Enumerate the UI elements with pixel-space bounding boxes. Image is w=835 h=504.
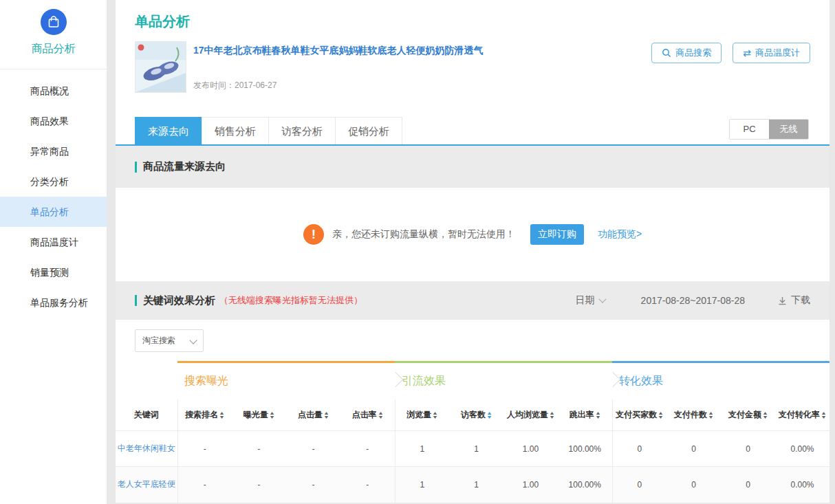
column-header-6[interactable]: 人均浏览量▲▼: [503, 399, 558, 431]
column-header-label: 支付买家数: [616, 410, 657, 419]
date-dropdown-label: 日期: [576, 294, 595, 307]
value-cell: 0: [721, 467, 775, 503]
sort-icon: ▲▼: [378, 411, 383, 419]
swap-arrows-icon: ⇄: [743, 47, 751, 58]
value-cell: -: [286, 467, 340, 503]
channel-select-value: 淘宝搜索: [142, 335, 175, 347]
keyword-table-wrap: 搜索曝光引流效果转化效果关键词搜索排名▲▼曝光量▲▼点击量▲▼点击率▲▼浏览量▲…: [116, 361, 829, 503]
order-now-button[interactable]: 立即订购: [530, 224, 584, 245]
platform-option-PC[interactable]: PC: [730, 120, 769, 139]
tab-0[interactable]: 来源去向: [135, 117, 202, 144]
column-header-keyword: 关键词: [116, 399, 177, 431]
group-spacer-cell: [116, 362, 177, 399]
column-header-11[interactable]: 支付转化率▲▼: [775, 399, 829, 431]
sort-down-arrow: ▼: [432, 415, 438, 419]
sort-icon: ▲▼: [708, 411, 713, 419]
sidebar-item-1[interactable]: 商品效果: [0, 106, 107, 136]
keyword-section-title: 关键词效果分析: [143, 294, 215, 307]
notice-text: 亲，您还未订购流量纵横，暂时无法使用！: [332, 228, 515, 241]
value-cell: 1.00: [503, 467, 558, 503]
value-cell: 0.00%: [775, 467, 829, 503]
sidebar-item-0[interactable]: 商品概况: [0, 76, 107, 106]
sort-icon: ▲▼: [433, 411, 437, 419]
download-button[interactable]: 下载: [778, 294, 810, 307]
value-cell: -: [286, 431, 340, 467]
column-header-7[interactable]: 跳出率▲▼: [558, 399, 612, 431]
group-header-2: 转化效果: [612, 362, 829, 399]
value-cell: 1.00: [503, 431, 558, 467]
column-header-label: 人均浏览量: [507, 410, 548, 419]
keyword-link[interactable]: 中老年休闲鞋女: [118, 443, 175, 453]
tab-3[interactable]: 促销分析: [335, 117, 402, 144]
tab-row: 来源去向销售分析访客分析促销分析 PC无线: [135, 117, 810, 144]
sidebar-item-2[interactable]: 异常商品: [0, 136, 107, 166]
column-header-3[interactable]: 点击率▲▼: [340, 399, 395, 431]
sort-icon: ▲▼: [821, 411, 826, 419]
sort-icon: ▲▼: [270, 411, 274, 419]
sort-down-arrow: ▼: [762, 415, 768, 419]
column-header-9[interactable]: 支付件数▲▼: [666, 399, 721, 431]
sidebar-item-5[interactable]: 商品温度计: [0, 227, 107, 257]
download-icon: [778, 296, 787, 305]
table-row-0: 中老年休闲鞋女----111.00100.00%0000.00%: [116, 431, 829, 467]
value-cell: 0: [612, 431, 666, 467]
group-label: 引流效果: [395, 375, 446, 386]
channel-filter-area: 淘宝搜索: [116, 320, 829, 361]
product-search-label: 商品搜索: [675, 47, 711, 59]
app-root: 商品分析 商品概况商品效果异常商品分类分析单品分析商品温度计销量预测单品服务分析…: [0, 0, 835, 504]
platform-option-无线[interactable]: 无线: [769, 120, 808, 139]
sort-icon: ▲▼: [219, 411, 224, 419]
column-header-label: 支付金额: [728, 410, 761, 419]
value-cell: -: [340, 467, 395, 503]
sidebar: 商品分析 商品概况商品效果异常商品分类分析单品分析商品温度计销量预测单品服务分析: [0, 0, 107, 504]
group-label: 搜索曝光: [177, 375, 228, 386]
sort-down-arrow: ▼: [269, 415, 275, 419]
column-header-label: 搜索排名: [185, 410, 218, 419]
channel-select[interactable]: 淘宝搜索: [135, 329, 204, 352]
keyword-link[interactable]: 老人女平底轻便: [118, 479, 175, 489]
date-dropdown[interactable]: 日期: [576, 294, 605, 307]
sidebar-item-6[interactable]: 销量预测: [0, 257, 107, 287]
keyword-section-controls: 日期 2017-08-28~2017-08-28 下载: [576, 294, 810, 307]
chevron-down-icon: [598, 295, 606, 303]
column-header-label: 访客数: [461, 410, 486, 419]
column-header-5[interactable]: 访客数▲▼: [449, 399, 503, 431]
column-header-label: 浏览量: [406, 410, 431, 419]
column-header-label: 点击率: [352, 410, 377, 419]
main-content: 单品分析 17中年老北京布鞋春秋: [116, 0, 829, 504]
sort-down-arrow: ▼: [821, 415, 827, 419]
tab-1[interactable]: 销售分析: [202, 117, 269, 144]
sort-icon: ▲▼: [487, 411, 492, 419]
value-cell: 1: [449, 467, 503, 503]
section-bar: [135, 295, 137, 306]
sidebar-item-7[interactable]: 单品服务分析: [0, 287, 107, 318]
product-thumbnail[interactable]: [135, 41, 186, 93]
value-cell: 1: [395, 431, 449, 467]
column-header-1[interactable]: 曝光量▲▼: [232, 399, 286, 431]
tab-2[interactable]: 访客分析: [268, 117, 336, 144]
column-header-0[interactable]: 搜索排名▲▼: [177, 399, 232, 431]
keyword-cell: 中老年休闲鞋女: [116, 431, 177, 467]
product-thermometer-button[interactable]: ⇄ 商品温度计: [733, 43, 810, 63]
warning-glyph: !: [312, 227, 316, 242]
date-range: 2017-08-28~2017-08-28: [641, 295, 745, 306]
table-header-row: 关键词搜索排名▲▼曝光量▲▼点击量▲▼点击率▲▼浏览量▲▼访客数▲▼人均浏览量▲…: [116, 399, 829, 431]
sidebar-item-4[interactable]: 单品分析: [0, 197, 107, 227]
product-search-button[interactable]: 商品搜索: [651, 43, 722, 63]
sort-down-arrow: ▼: [323, 415, 329, 419]
column-header-10[interactable]: 支付金额▲▼: [721, 399, 775, 431]
table-group-row: 搜索曝光引流效果转化效果: [116, 362, 829, 399]
subscription-notice: ! 亲，您还未订购流量纵横，暂时无法使用！ 立即订购 功能预览>: [116, 188, 829, 281]
value-cell: -: [340, 431, 395, 467]
sort-icon: ▲▼: [596, 411, 600, 419]
column-header-8[interactable]: 支付买家数▲▼: [612, 399, 666, 431]
product-title-link[interactable]: 17中年老北京布鞋春秋单鞋女平底妈妈鞋软底老人轻便奶奶防滑透气: [193, 44, 633, 56]
feature-preview-link[interactable]: 功能预览>: [598, 228, 642, 241]
column-header-4[interactable]: 浏览量▲▼: [395, 399, 449, 431]
value-cell: 0: [612, 467, 666, 503]
value-cell: -: [232, 467, 286, 503]
flow-section-title: 商品流量来源去向: [143, 160, 226, 173]
sort-icon: ▲▼: [763, 411, 768, 419]
column-header-2[interactable]: 点击量▲▼: [286, 399, 340, 431]
sidebar-item-3[interactable]: 分类分析: [0, 166, 107, 197]
